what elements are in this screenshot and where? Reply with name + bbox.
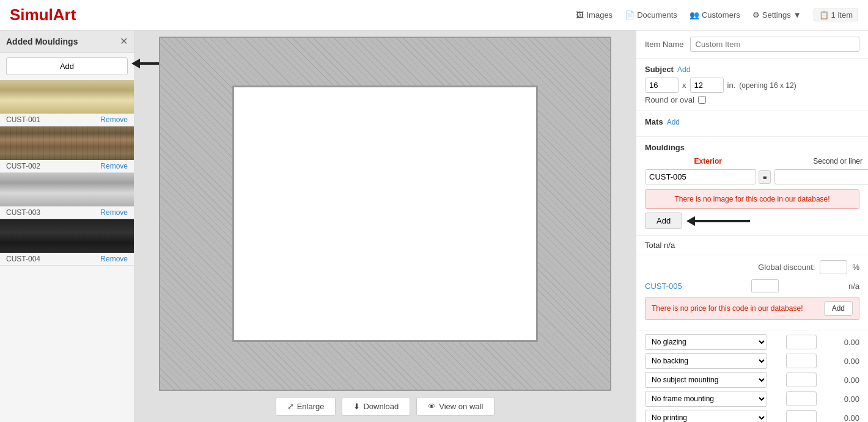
item-name-section: Item Name xyxy=(636,31,868,59)
option-value-1: 0.00 xyxy=(835,357,859,366)
dimension-note: (opening 16 x 12) xyxy=(739,81,796,90)
exterior-menu-button[interactable]: ≡ xyxy=(759,170,771,184)
option-value-4: 0.00 xyxy=(835,413,859,423)
remove-button-1[interactable]: Remove xyxy=(100,115,128,124)
option-value-0: 0.00 xyxy=(835,338,859,347)
enlarge-button[interactable]: ⤢ Enlarge xyxy=(276,397,336,416)
nav-settings[interactable]: ⚙ Settings ▼ xyxy=(752,10,801,20)
eye-icon: 👁 xyxy=(428,402,436,411)
arrow-head xyxy=(131,59,140,68)
view-on-wall-button[interactable]: 👁 View on wall xyxy=(416,397,495,416)
exterior-input-row: ≡ xyxy=(645,169,771,184)
option-input-2[interactable] xyxy=(786,373,817,387)
mats-add-link[interactable]: Add xyxy=(667,118,680,126)
col-exterior-label: Exterior xyxy=(645,157,771,166)
main-layout: Added Mouldings ✕ Add CUST-001 Remove xyxy=(0,31,868,422)
col-second-label: Second or liner xyxy=(774,157,868,166)
option-select-2[interactable]: No subject mounting xyxy=(645,372,767,388)
list-item: CUST-004 Remove xyxy=(0,219,134,266)
round-oval-row: Round or oval xyxy=(645,95,859,104)
added-mouldings-sidebar: Added Mouldings ✕ Add CUST-001 Remove xyxy=(0,31,134,422)
m-arrow-head xyxy=(686,216,695,226)
remove-button-3[interactable]: Remove xyxy=(100,208,128,217)
settings-dropdown-icon: ▼ xyxy=(793,10,801,20)
item-name-label: Item Name xyxy=(645,40,684,49)
enlarge-icon: ⤢ xyxy=(287,402,294,411)
nav-images[interactable]: 🖼 Images xyxy=(576,10,612,20)
dimension-unit: in. xyxy=(727,81,736,90)
mouldings-columns: Exterior Second or liner Third or fillet… xyxy=(645,157,859,184)
sidebar-add-button[interactable]: Add xyxy=(6,57,128,75)
list-item: CUST-002 Remove xyxy=(0,126,134,173)
price-override-input[interactable] xyxy=(751,279,779,293)
moulding-label-1: CUST-001 Remove xyxy=(0,114,134,126)
global-discount-row: Global discount: % xyxy=(645,260,859,274)
frame-inner xyxy=(232,85,538,342)
percent-sign: % xyxy=(852,263,859,272)
subject-add-link[interactable]: Add xyxy=(677,65,690,74)
sidebar-close-button[interactable]: ✕ xyxy=(120,35,128,47)
list-item: CUST-001 Remove xyxy=(0,80,134,126)
nav-customers[interactable]: 👥 Customers xyxy=(690,10,740,20)
customers-icon: 👥 xyxy=(690,10,699,20)
option-select-1[interactable]: No backing xyxy=(645,353,767,369)
frame-outer xyxy=(159,37,611,391)
option-input-4[interactable] xyxy=(786,410,817,422)
logo-red: Art xyxy=(53,5,76,24)
moulding-swatch-1 xyxy=(0,80,134,114)
option-select-4[interactable]: No printing xyxy=(645,410,767,422)
moulding-code-1: CUST-001 xyxy=(6,115,40,124)
header-nav: 🖼 Images 📄 Documents 👥 Customers ⚙ Setti… xyxy=(576,9,858,21)
images-icon: 🖼 xyxy=(576,10,584,20)
moulding-add-row: Add xyxy=(645,213,859,229)
options-section: No glazing0.00No backing0.00No subject m… xyxy=(636,330,868,422)
moulding-code-2: CUST-002 xyxy=(6,162,40,170)
no-price-warning: There is no price for this code in our d… xyxy=(645,297,859,320)
second-code-input[interactable] xyxy=(774,169,868,184)
nav-documents[interactable]: 📄 Documents xyxy=(625,10,677,20)
option-value-2: 0.00 xyxy=(835,376,859,385)
subject-height-input[interactable] xyxy=(690,78,724,93)
option-input-0[interactable] xyxy=(786,335,817,349)
canvas-toolbar: ⤢ Enlarge ⬇ Download 👁 View on wall xyxy=(276,397,495,416)
subject-width-input[interactable] xyxy=(645,78,679,93)
remove-button-2[interactable]: Remove xyxy=(100,162,128,170)
moulding-code-4: CUST-004 xyxy=(6,255,40,263)
option-row: No printing0.00 xyxy=(645,410,859,422)
header: SimulArt 🖼 Images 📄 Documents 👥 Customer… xyxy=(0,0,868,31)
moulding-label-2: CUST-002 Remove xyxy=(0,160,134,172)
download-button[interactable]: ⬇ Download xyxy=(342,397,410,416)
option-row: No glazing0.00 xyxy=(645,334,859,350)
discount-label: Global discount: xyxy=(758,263,815,272)
option-row: No frame mounting0.00 xyxy=(645,391,859,407)
total-label: Total n/a xyxy=(645,241,675,250)
settings-icon: ⚙ xyxy=(752,10,760,20)
m-arrow-body xyxy=(695,220,750,222)
round-oval-checkbox[interactable] xyxy=(698,96,706,104)
moulding-code-3: CUST-003 xyxy=(6,208,40,217)
second-input-row: ≡ xyxy=(774,169,868,184)
subject-section: Subject Add x in. (opening 16 x 12) Roun… xyxy=(636,59,868,111)
moulding-error-box: There is no image for this code in our d… xyxy=(645,189,859,209)
mats-section: Mats Add xyxy=(636,111,868,137)
moulding-swatch-4 xyxy=(0,219,134,253)
moulding-add-button[interactable]: Add xyxy=(645,213,682,229)
discount-input[interactable] xyxy=(820,260,847,274)
no-price-text: There is no price for this code in our d… xyxy=(652,304,803,313)
no-price-add-button[interactable]: Add xyxy=(824,301,853,316)
moulding-label-3: CUST-003 Remove xyxy=(0,206,134,219)
option-input-3[interactable] xyxy=(786,391,817,406)
moulding-swatch-3 xyxy=(0,173,134,206)
sidebar-add-section: Add xyxy=(6,57,128,75)
download-icon: ⬇ xyxy=(353,402,360,411)
item-badge: 📋 1 item xyxy=(814,9,858,21)
option-input-1[interactable] xyxy=(786,354,817,368)
item-name-input[interactable] xyxy=(690,37,859,52)
option-select-0[interactable]: No glazing xyxy=(645,334,767,350)
logo-black: Simul xyxy=(10,5,53,24)
option-select-3[interactable]: No frame mounting xyxy=(645,391,767,407)
remove-button-4[interactable]: Remove xyxy=(100,255,128,263)
subject-dimensions-row: x in. (opening 16 x 12) xyxy=(645,78,859,93)
moulding-label-4: CUST-004 Remove xyxy=(0,253,134,265)
exterior-code-input[interactable] xyxy=(645,169,756,184)
